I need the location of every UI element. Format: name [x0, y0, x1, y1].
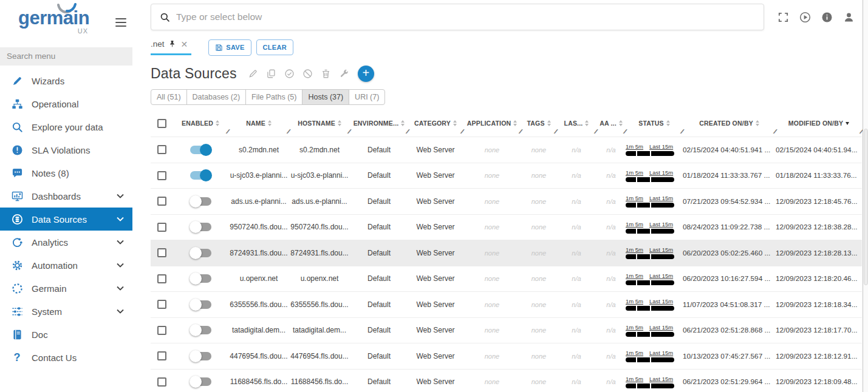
pin-icon[interactable]	[168, 40, 176, 48]
edit-icon[interactable]	[248, 69, 258, 79]
enabled-toggle[interactable]	[190, 326, 211, 334]
table-row[interactable]: tatadigital.dem...tatadigital.dem...Defa…	[151, 317, 862, 343]
column-header-aa[interactable]: AA ...⁄⁄	[596, 110, 626, 137]
status-range-short[interactable]: 1m 5m	[626, 169, 643, 176]
sidebar-item-analytics[interactable]: Analytics	[0, 231, 132, 254]
status-sparkline[interactable]: 1m 5mLast 15m	[626, 272, 674, 285]
enabled-toggle[interactable]	[190, 249, 211, 257]
status-range-short[interactable]: 1m 5m	[626, 143, 643, 150]
row-checkbox[interactable]	[157, 377, 166, 387]
row-checkbox[interactable]	[157, 300, 166, 309]
status-range-short[interactable]: 1m 5m	[626, 324, 643, 331]
column-header-name[interactable]: NAME⁄⁄	[228, 110, 289, 137]
sidebar-item-germain[interactable]: Germain	[0, 277, 132, 300]
global-search-input[interactable]	[176, 12, 764, 22]
row-checkbox[interactable]	[157, 145, 166, 154]
table-row[interactable]: s0.2mdn.nets0.2mdn.netDefaultWeb Servern…	[151, 137, 862, 163]
close-icon[interactable]: ✕	[180, 40, 190, 49]
fullscreen-icon[interactable]	[777, 12, 789, 23]
enabled-toggle[interactable]	[190, 146, 211, 154]
status-range-long[interactable]: Last 15m	[649, 298, 673, 305]
sidebar-item-automation[interactable]: Automation	[0, 254, 132, 277]
enabled-toggle[interactable]	[190, 352, 211, 360]
column-header-category[interactable]: CATEGORY⁄⁄	[408, 110, 463, 137]
user-icon[interactable]	[843, 12, 855, 23]
sidebar-item-wizards[interactable]: Wizards	[0, 69, 132, 92]
sidebar-search-input[interactable]: Search menu	[0, 47, 132, 66]
sidebar-item-explore-your-data[interactable]: Explore your data	[0, 115, 132, 138]
status-sparkline[interactable]: 1m 5mLast 15m	[626, 376, 674, 388]
column-header-tags[interactable]: TAGS⁄⁄	[521, 110, 556, 137]
status-range-short[interactable]: 1m 5m	[626, 246, 643, 253]
column-resize-handle[interactable]: ⁄⁄	[860, 128, 862, 135]
column-header-enabled[interactable]: ENABLED⁄⁄	[173, 110, 228, 137]
row-checkbox[interactable]	[157, 197, 166, 206]
status-range-short[interactable]: 1m 5m	[626, 376, 643, 382]
tab-file-paths-5[interactable]: File Paths (5)	[245, 89, 302, 105]
enabled-toggle[interactable]	[190, 171, 211, 180]
status-range-long[interactable]: Last 15m	[649, 324, 673, 331]
sidebar-item-system[interactable]: System	[0, 300, 132, 323]
status-range-short[interactable]: 1m 5m	[626, 221, 643, 228]
global-search[interactable]	[151, 4, 764, 30]
tab-uri-7[interactable]: URI (7)	[349, 89, 385, 105]
status-sparkline[interactable]: 1m 5mLast 15m	[626, 324, 674, 337]
status-range-long[interactable]: Last 15m	[649, 143, 673, 150]
table-row[interactable]: 11688456.fls.do...11688456.fls.do...Defa…	[151, 369, 862, 392]
chevron-down-icon[interactable]	[117, 240, 124, 245]
table-row[interactable]: 8724931.fls.dou...8724931.fls.dou...Defa…	[151, 240, 862, 266]
enabled-toggle[interactable]	[190, 197, 211, 206]
chevron-down-icon[interactable]	[117, 194, 124, 198]
row-checkbox[interactable]	[157, 274, 166, 283]
info-icon[interactable]	[821, 12, 833, 23]
column-header-las[interactable]: LAS...⁄⁄	[556, 110, 596, 137]
row-checkbox[interactable]	[157, 351, 166, 360]
copy-icon[interactable]	[266, 69, 276, 79]
table-row[interactable]: 4476954.fls.dou...4476954.fls.dou...Defa…	[151, 343, 862, 369]
status-range-long[interactable]: Last 15m	[649, 376, 673, 382]
filter-chip-net[interactable]: .net ✕	[151, 39, 191, 55]
table-row[interactable]: ads.us.e-planni...ads.us.e-planni...Defa…	[151, 188, 862, 214]
sidebar-item-doc[interactable]: Doc	[0, 323, 132, 346]
status-range-long[interactable]: Last 15m	[649, 272, 673, 279]
row-checkbox[interactable]	[157, 223, 166, 232]
sidebar-item-data-sources[interactable]: Data Sources	[0, 208, 132, 231]
status-range-short[interactable]: 1m 5m	[626, 298, 643, 305]
add-button[interactable]: +	[358, 66, 374, 82]
status-sparkline[interactable]: 1m 5mLast 15m	[626, 350, 674, 362]
enabled-toggle[interactable]	[190, 223, 211, 231]
approve-icon[interactable]	[284, 69, 295, 79]
status-range-short[interactable]: 1m 5m	[626, 272, 643, 279]
save-button[interactable]: SAVE	[208, 39, 251, 56]
column-header-application[interactable]: APPLICATION⁄⁄	[463, 110, 521, 137]
status-range-short[interactable]: 1m 5m	[626, 350, 643, 356]
table-row[interactable]: u-sjc03.e-planni...u-sjc03.e-planni...De…	[151, 163, 862, 189]
column-header-created[interactable]: CREATED ON/BY⁄⁄	[683, 110, 776, 137]
chevron-down-icon[interactable]	[117, 217, 124, 221]
status-sparkline[interactable]: 1m 5mLast 15m	[626, 143, 674, 156]
table-row[interactable]: 6355556.fls.dou...6355556.fls.dou...Defa…	[151, 291, 862, 317]
chevron-down-icon[interactable]	[117, 263, 124, 268]
status-range-long[interactable]: Last 15m	[649, 246, 673, 253]
delete-icon[interactable]	[321, 69, 331, 79]
sidebar-item-operational[interactable]: Operational	[0, 92, 132, 115]
tab-hosts-37[interactable]: Hosts (37)	[302, 89, 349, 105]
select-all-checkbox[interactable]	[157, 119, 166, 128]
scrollbar-thumb[interactable]	[864, 129, 868, 285]
status-sparkline[interactable]: 1m 5mLast 15m	[626, 221, 674, 234]
column-header-modified[interactable]: MODIFIED ON/BY⁄⁄	[776, 110, 862, 137]
status-range-long[interactable]: Last 15m	[649, 350, 673, 356]
status-range-long[interactable]: Last 15m	[649, 221, 673, 228]
row-checkbox[interactable]	[157, 171, 166, 180]
vertical-scrollbar[interactable]	[863, 0, 868, 392]
enabled-toggle[interactable]	[190, 300, 211, 309]
germain-logo[interactable]: germain UX	[18, 7, 89, 29]
sidebar-item-notes-8[interactable]: Notes (8)	[0, 161, 132, 184]
tools-icon[interactable]	[339, 69, 349, 79]
clear-button[interactable]: CLEAR	[256, 39, 293, 55]
sidebar-item-sla-violations[interactable]: SLA Violations	[0, 138, 132, 161]
chevron-down-icon[interactable]	[117, 286, 124, 291]
status-range-long[interactable]: Last 15m	[649, 195, 673, 201]
enabled-toggle[interactable]	[190, 274, 211, 283]
status-sparkline[interactable]: 1m 5mLast 15m	[626, 246, 674, 259]
